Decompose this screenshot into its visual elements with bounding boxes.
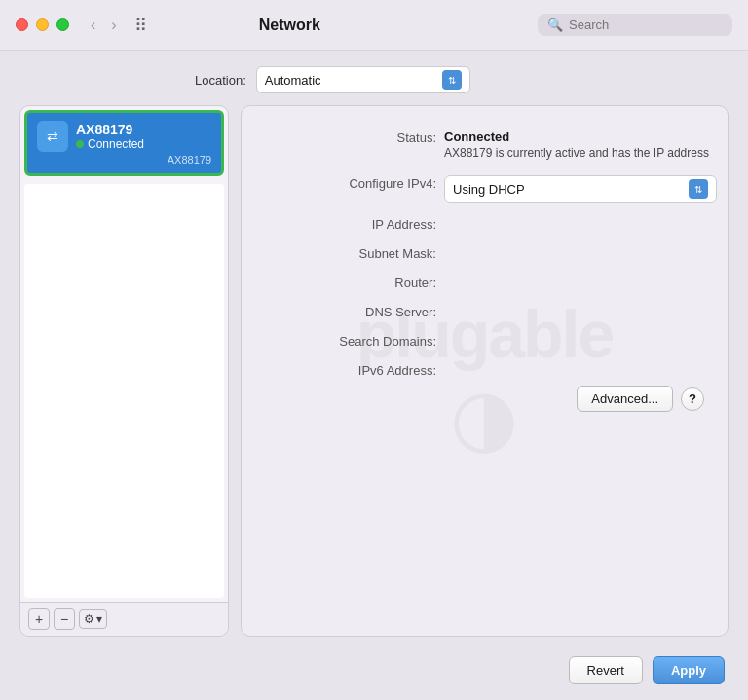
add-network-button[interactable]: + <box>28 608 50 630</box>
network-item-name: AX88179 <box>76 122 144 137</box>
action-buttons: Revert Apply <box>19 648 729 684</box>
configure-ipv4-label: Configure IPv4: <box>261 175 436 203</box>
subnet-mask-label: Subnet Mask: <box>261 245 436 261</box>
panel: ⇄ AX88179 Connected AX88179 + − <box>19 105 729 637</box>
search-input[interactable] <box>569 18 723 32</box>
ip-address-value <box>444 216 717 232</box>
title-bar: ‹ › ⠿ Network 🔍 <box>0 0 748 51</box>
search-box[interactable]: 🔍 <box>538 14 732 36</box>
advanced-area: Advanced... ? <box>577 386 704 412</box>
network-item-status: Connected <box>76 137 144 151</box>
location-select-arrow: ⇅ <box>442 70 462 90</box>
subnet-mask-value <box>444 245 717 261</box>
status-value-group: Connected AX88179 is currently active an… <box>444 129 717 162</box>
dns-server-value <box>444 304 717 319</box>
ipv6-address-label: IPv6 Address: <box>261 362 436 378</box>
info-grid: Status: Connected AX88179 is currently a… <box>261 129 708 378</box>
gear-icon: ⚙ <box>84 612 94 626</box>
advanced-section: Advanced... ? <box>261 378 708 412</box>
status-value: Connected <box>444 129 509 144</box>
network-icon-symbol: ⇄ <box>47 129 58 144</box>
location-select[interactable]: Automatic ⇅ <box>256 66 470 93</box>
status-description: AX88179 is currently active and has the … <box>444 144 717 162</box>
advanced-button[interactable]: Advanced... <box>577 386 673 412</box>
help-button[interactable]: ? <box>681 387 704 411</box>
sidebar-empty-area <box>24 184 224 598</box>
status-label: Status: <box>261 129 436 162</box>
router-value <box>444 275 717 290</box>
ipv4-value: Using DHCP <box>453 182 525 197</box>
main-content: Location: Automatic ⇅ ⇄ AX88179 Connecte… <box>0 51 748 700</box>
network-item-ax88179[interactable]: ⇄ AX88179 Connected AX88179 <box>24 110 224 176</box>
revert-button[interactable]: Revert <box>569 656 643 684</box>
router-label: Router: <box>261 275 436 290</box>
search-domains-label: Search Domains: <box>261 333 436 349</box>
search-icon: 🔍 <box>547 18 563 32</box>
ip-address-label: IP Address: <box>261 216 436 232</box>
status-indicator <box>76 140 84 148</box>
location-label: Location: <box>195 73 246 88</box>
network-status-text: Connected <box>88 137 144 151</box>
right-panel: plugable ◑ Status: Connected AX88179 is … <box>241 105 729 637</box>
dns-server-label: DNS Server: <box>261 304 436 319</box>
configure-ipv4-select[interactable]: Using DHCP ⇅ <box>444 175 717 203</box>
search-domains-value <box>444 333 717 349</box>
ipv6-address-value <box>444 362 717 378</box>
ipv4-select-arrow: ⇅ <box>689 179 708 199</box>
gear-arrow: ▾ <box>96 612 102 626</box>
sidebar-footer: + − ⚙ ▾ <box>20 602 228 636</box>
sidebar: ⇄ AX88179 Connected AX88179 + − <box>19 105 229 637</box>
network-item-id: AX88179 <box>37 154 211 166</box>
network-item-top: ⇄ AX88179 Connected <box>37 121 211 152</box>
remove-network-button[interactable]: − <box>54 608 75 630</box>
network-icon: ⇄ <box>37 121 68 152</box>
gear-menu[interactable]: ⚙ ▾ <box>79 609 107 629</box>
network-item-info: AX88179 Connected <box>76 122 144 151</box>
close-button[interactable] <box>16 18 28 31</box>
location-value: Automatic <box>265 73 321 88</box>
location-row: Location: Automatic ⇅ <box>19 66 729 93</box>
apply-button[interactable]: Apply <box>653 656 725 684</box>
window-title: Network <box>42 17 538 34</box>
